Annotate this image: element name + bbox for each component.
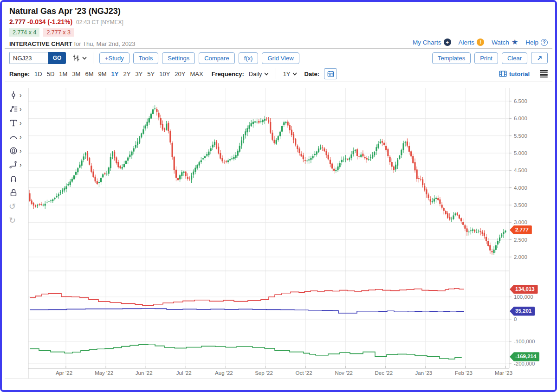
svg-text:100,000: 100,000: [514, 294, 533, 300]
svg-text:Feb '23: Feb '23: [455, 370, 473, 376]
svg-text:Jan '23: Jan '23: [415, 370, 433, 376]
svg-text:Aug '22: Aug '22: [215, 370, 233, 376]
svg-text:0: 0: [514, 316, 517, 322]
svg-text:Oct '22: Oct '22: [296, 370, 312, 376]
svg-text:5.500: 5.500: [514, 133, 527, 139]
svg-text:Mar '23: Mar '23: [495, 370, 512, 376]
svg-text:4.000: 4.000: [514, 185, 527, 191]
svg-text:Jul '22: Jul '22: [176, 370, 192, 376]
svg-text:2.500: 2.500: [514, 237, 527, 243]
svg-text:6.000: 6.000: [514, 116, 527, 121]
red-series-badge: 134,013: [510, 285, 538, 294]
svg-text:Dec '22: Dec '22: [375, 370, 393, 376]
svg-text:3.000: 3.000: [514, 219, 527, 225]
chart-canvas[interactable]: Apr '22May '22Jun '22Jul '22Aug '22Sep '…: [2, 2, 557, 392]
svg-text:6.500: 6.500: [514, 98, 527, 104]
svg-text:Nov '22: Nov '22: [335, 370, 353, 376]
svg-text:2.000: 2.000: [514, 254, 527, 260]
svg-text:4.500: 4.500: [514, 167, 527, 173]
green-series-badge: -169,214: [510, 352, 539, 361]
svg-text:5.000: 5.000: [514, 150, 527, 156]
svg-text:Apr '22: Apr '22: [56, 370, 72, 376]
blue-series-badge: 35,201: [510, 307, 535, 316]
svg-text:-200,000: -200,000: [514, 361, 535, 366]
app-frame: Natural Gas Apr '23 (NGJ23) 2.777 -0.034…: [0, 0, 557, 392]
svg-text:May '22: May '22: [95, 370, 113, 376]
svg-text:Jun '22: Jun '22: [136, 370, 153, 376]
svg-text:-100,000: -100,000: [514, 339, 535, 344]
svg-text:3.500: 3.500: [514, 202, 527, 208]
svg-text:Sep '22: Sep '22: [255, 370, 273, 376]
last-price-badge: 2.777: [510, 225, 532, 235]
